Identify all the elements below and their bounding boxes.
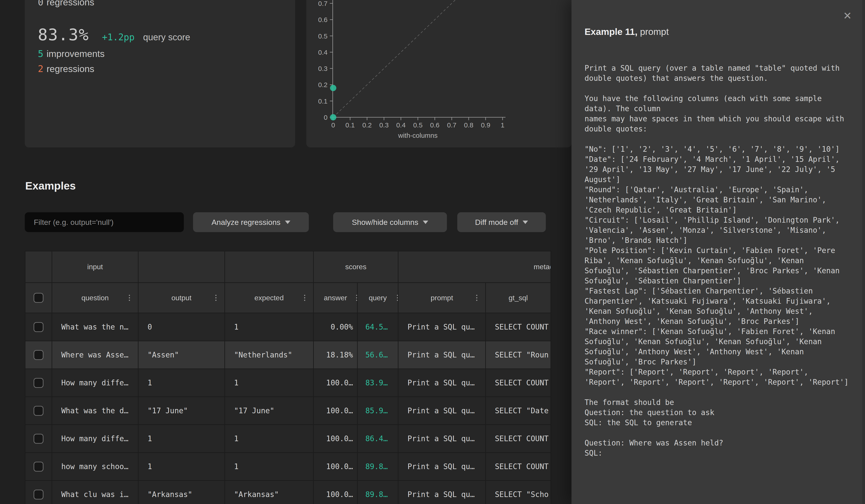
svg-text:0.7: 0.7 — [318, 0, 327, 7]
cell-question: how many schoo… — [52, 453, 138, 481]
column-header-label: output — [171, 294, 192, 302]
svg-text:1: 1 — [501, 121, 505, 129]
svg-text:0.4: 0.4 — [396, 121, 406, 129]
row-checkbox[interactable] — [34, 322, 44, 332]
cell-query-score: 86.4… — [357, 425, 398, 453]
svg-text:0.3: 0.3 — [379, 121, 389, 129]
cell-question: How many diffe… — [52, 425, 138, 453]
score-scatter-chart: 00.10.20.30.40.50.60.700.10.20.30.40.50.… — [306, 0, 572, 148]
svg-text:0: 0 — [331, 121, 335, 129]
cell-expected: "Netherlands" — [225, 341, 314, 369]
table-row[interactable]: What clu was i…"Arkansas""Arkansas"100.0… — [25, 481, 551, 504]
table-group-header-row: input scores metadata — [25, 251, 551, 283]
column-header-label: expected — [255, 294, 284, 302]
cell-output: 0 — [138, 313, 225, 341]
cell-prompt: Print a SQL qu… — [398, 397, 486, 425]
show-hide-columns-label: Show/hide columns — [352, 218, 418, 227]
cell-question: Where was Asse… — [52, 341, 138, 369]
cell-prompt: Print a SQL qu… — [398, 341, 486, 369]
column-header-gt_sql[interactable]: gt_sql — [486, 283, 551, 313]
column-header-question[interactable]: question — [52, 283, 138, 313]
table-row[interactable]: How many diffe…11100.0…83.9…Print a SQL … — [25, 369, 551, 397]
svg-text:0.7: 0.7 — [447, 121, 457, 129]
diff-mode-label: Diff mode off — [475, 218, 518, 227]
column-menu-icon[interactable] — [476, 294, 477, 302]
cell-expected: 1 — [225, 369, 314, 397]
column-header-expected[interactable]: expected — [225, 283, 314, 313]
table-row[interactable]: What was the d…"17 June""17 June"100.0…8… — [25, 397, 551, 425]
prompt-text: Print a SQL query (over a table named "t… — [585, 63, 858, 458]
diff-mode-button[interactable]: Diff mode off — [457, 212, 546, 232]
cell-gt-sql: SELECT "Date — [486, 397, 551, 425]
cell-gt-sql: SELECT COUNT — [486, 369, 551, 397]
column-header-label: question — [82, 294, 109, 302]
top-regressions-stat: 0 regressions — [38, 0, 94, 8]
cell-answer-score: 100.0… — [314, 397, 357, 425]
select-all-checkbox[interactable] — [34, 293, 44, 303]
row-checkbox-cell — [25, 425, 52, 453]
table-row[interactable]: What was the n…010.00%64.5…Print a SQL q… — [25, 313, 551, 341]
filter-input[interactable] — [25, 212, 184, 232]
improvements-label: improvements — [47, 49, 104, 59]
svg-text:0.1: 0.1 — [345, 121, 355, 129]
improvements-stat: 5 improvements — [38, 48, 104, 59]
close-icon[interactable]: ✕ — [842, 10, 853, 22]
cell-gt-sql: SELECT COUNT — [486, 453, 551, 481]
row-checkbox[interactable] — [34, 378, 44, 388]
example-detail-panel: ✕ Example 11, prompt Print a SQL query (… — [572, 0, 865, 504]
cell-query-score: 85.9… — [357, 397, 398, 425]
query-score-label: query score — [143, 32, 190, 42]
regressions-stat: 2 regressions — [38, 63, 94, 74]
column-header-prompt[interactable]: prompt — [398, 283, 486, 313]
svg-text:0.3: 0.3 — [318, 65, 327, 72]
row-checkbox-cell — [25, 453, 52, 481]
cell-output: 1 — [138, 453, 225, 481]
query-score-delta: +1.2pp — [102, 32, 135, 42]
svg-text:with-columns: with-columns — [398, 132, 437, 139]
cell-answer-score: 0.00% — [314, 313, 357, 341]
panel-scrollbar-track[interactable] — [862, 0, 865, 504]
table-column-header-row: question output expected answer query pr… — [25, 283, 551, 313]
analyze-regressions-button[interactable]: Analyze regressions — [193, 212, 309, 232]
row-checkbox-cell — [25, 341, 52, 369]
svg-text:0.6: 0.6 — [318, 16, 327, 23]
show-hide-columns-button[interactable]: Show/hide columns — [333, 212, 447, 232]
cell-output: "17 June" — [138, 397, 225, 425]
group-header-input: input — [52, 251, 138, 283]
svg-text:0.4: 0.4 — [318, 49, 327, 56]
row-checkbox[interactable] — [34, 350, 44, 360]
top-regressions-count: 0 — [38, 0, 44, 8]
column-menu-icon[interactable] — [215, 294, 217, 302]
column-header-label: query — [369, 294, 387, 302]
table-row[interactable]: How many diffe…11100.0…86.4…Print a SQL … — [25, 425, 551, 453]
column-header-output[interactable]: output — [138, 283, 225, 313]
column-header-answer[interactable]: answer — [314, 283, 357, 313]
cell-expected: 1 — [225, 313, 314, 341]
cell-output: 1 — [138, 369, 225, 397]
table-row[interactable]: Where was Asse…"Assen""Netherlands"18.18… — [25, 341, 551, 369]
column-menu-icon[interactable] — [129, 294, 130, 302]
svg-text:0.9: 0.9 — [481, 121, 491, 129]
column-header-query[interactable]: query — [357, 283, 398, 313]
column-menu-icon[interactable] — [304, 294, 305, 302]
panel-title-example: Example 11, — [585, 26, 637, 37]
cell-gt-sql: SELECT "Scho — [486, 481, 551, 504]
row-checkbox-cell — [25, 369, 52, 397]
cell-query-score: 89.8… — [357, 481, 398, 504]
svg-text:0.6: 0.6 — [430, 121, 439, 129]
analyze-regressions-label: Analyze regressions — [211, 218, 280, 227]
cell-output: "Arkansas" — [138, 481, 225, 504]
cell-gt-sql: SELECT COUNT — [486, 313, 551, 341]
column-header-label: gt_sql — [509, 294, 528, 302]
row-checkbox[interactable] — [34, 406, 44, 416]
row-checkbox[interactable] — [34, 462, 44, 472]
svg-text:0.2: 0.2 — [318, 81, 327, 89]
row-checkbox-cell — [25, 397, 52, 425]
row-checkbox[interactable] — [34, 434, 44, 444]
group-header-spacer — [25, 251, 52, 283]
cell-prompt: Print a SQL qu… — [398, 453, 486, 481]
row-checkbox[interactable] — [34, 490, 44, 500]
table-row[interactable]: how many schoo…11100.0…89.8…Print a SQL … — [25, 453, 551, 481]
examples-table: input scores metadata question output ex… — [25, 251, 551, 504]
svg-text:0.1: 0.1 — [318, 97, 327, 105]
